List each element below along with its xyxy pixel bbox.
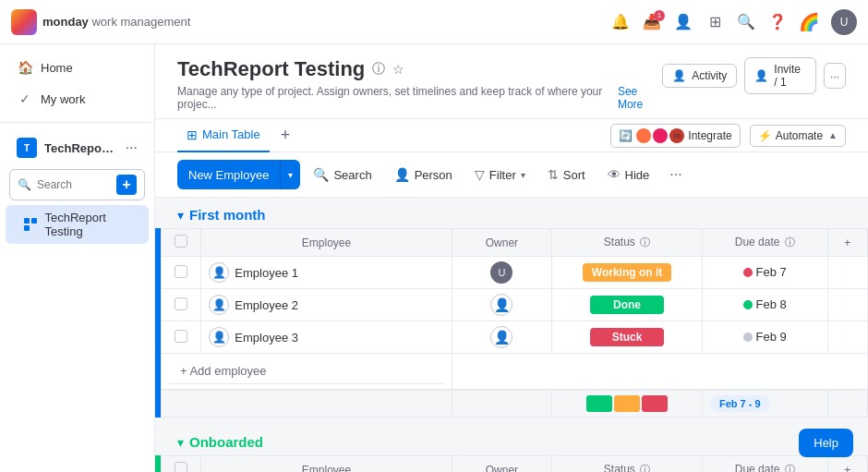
row2-status[interactable]: Done [552, 289, 703, 321]
row2-check[interactable] [161, 289, 200, 321]
page-header: TechReport Testing ⓘ ☆ Manage any type o… [155, 44, 868, 119]
integrate-button[interactable]: 🔄 m Integrate [610, 124, 740, 148]
row2-owner[interactable]: 👤 [452, 289, 552, 321]
row3-name: Employee 3 [235, 331, 298, 345]
row3-status[interactable]: Stuck [552, 321, 703, 354]
mywork-icon: ✓ [17, 91, 33, 107]
sidebar-search-input[interactable] [37, 178, 111, 191]
hide-button[interactable]: 👁 Hide [598, 160, 659, 189]
star-icon[interactable]: ☆ [392, 62, 404, 77]
brand-subtitle: work management [91, 15, 190, 29]
row3-checkbox[interactable] [175, 330, 187, 343]
group-chevron-icon[interactable]: ▾ [177, 208, 184, 223]
topbar: monday work management 🔔 📥 1 👤 ⊞ 🔍 ❓ 🌈 U [0, 0, 868, 44]
row3-status-badge[interactable]: Stuck [590, 328, 664, 346]
board-name: TechReport Testing [44, 211, 138, 238]
tab-main-table[interactable]: ⊞ Main Table [177, 119, 270, 152]
onboarded-header-checkbox[interactable] [175, 462, 187, 472]
workspace-avatar: T [17, 138, 37, 158]
summary-status [552, 390, 703, 418]
automate-icon: ⚡ [758, 129, 772, 142]
onboarded-col-employee: Employee [201, 456, 452, 473]
person-add-icon[interactable]: 👤 [674, 13, 693, 31]
row3-due-indicator: Feb 9 [743, 330, 787, 344]
help-icon[interactable]: ❓ [768, 13, 787, 31]
workspace-more-icon[interactable]: ··· [126, 139, 138, 156]
employee-col-label: Employee [302, 236, 351, 249]
workspace-name: TechReport Rec... [44, 141, 118, 155]
due-info-icon[interactable]: ⓘ [785, 236, 795, 248]
sidebar-item-home[interactable]: 🏠 Home [6, 53, 149, 82]
new-employee-main[interactable]: New Employee [177, 160, 281, 189]
sidebar-item-mywork[interactable]: ✓ My work [6, 84, 149, 114]
onboarded-col-due: Due date ⓘ [702, 456, 827, 473]
activity-button[interactable]: 👤 Activity [662, 64, 737, 88]
row1-owner[interactable]: U [452, 257, 552, 289]
new-employee-dropdown-arrow[interactable]: ▾ [281, 160, 300, 189]
sort-button[interactable]: ⇅ Sort [538, 160, 595, 189]
date-range-badge: Feb 7 - 9 [710, 395, 770, 412]
onboarded-col-add[interactable]: + [827, 456, 867, 473]
add-employee-button[interactable]: + Add employee [169, 358, 444, 384]
search-add-button[interactable]: + [116, 175, 137, 195]
search-button[interactable]: 🔍 Search [304, 160, 380, 189]
col-add-header[interactable]: + [827, 229, 867, 257]
automate-chevron-icon: ▲ [828, 130, 838, 140]
invite-button[interactable]: 👤 Invite / 1 [744, 57, 816, 94]
tab-add-button[interactable]: + [273, 119, 298, 152]
grid-icon[interactable]: ⊞ [705, 13, 724, 31]
topbar-title: monday work management [42, 15, 190, 29]
row1-check[interactable] [161, 257, 200, 289]
bell-icon[interactable]: 🔔 [611, 13, 630, 31]
row3-person-icon[interactable]: 👤 [490, 326, 512, 348]
new-employee-button[interactable]: New Employee ▾ [177, 160, 300, 189]
info-title-icon[interactable]: ⓘ [372, 61, 385, 78]
onboarded-header-row: Employee Owner Status ⓘ Due date ⓘ [161, 456, 867, 473]
row1-status-badge[interactable]: Working on it [583, 263, 671, 282]
row1-avatar[interactable]: U [490, 261, 512, 284]
row1-name: Employee 1 [235, 266, 298, 280]
search-icon[interactable]: 🔍 [737, 13, 755, 31]
tab-bar: ⊞ Main Table + 🔄 m Integrate ⚡ Automate … [155, 119, 868, 152]
toolbar-more-button[interactable]: ··· [662, 160, 689, 189]
filter-label: Filter [489, 168, 516, 182]
add-employee-cell[interactable]: + Add employee [161, 354, 452, 391]
home-icon: 🏠 [17, 59, 33, 76]
onboarded-due-info-icon[interactable]: ⓘ [785, 464, 795, 472]
row2-status-badge[interactable]: Done [590, 296, 664, 314]
sidebar-search[interactable]: 🔍 + [9, 169, 145, 200]
automate-button[interactable]: ⚡ Automate ▲ [750, 125, 846, 147]
svg-rect-1 [31, 218, 37, 224]
filter-button[interactable]: ▽ Filter ▾ [465, 160, 535, 189]
more-button[interactable]: ··· [824, 63, 846, 89]
help-button[interactable]: Help [799, 429, 853, 457]
row1-checkbox[interactable] [175, 265, 187, 278]
onboarded-status-info-icon[interactable]: ⓘ [640, 464, 650, 472]
workspace-header[interactable]: T TechReport Rec... ··· [6, 131, 149, 164]
inbox-icon[interactable]: 📥 1 [643, 13, 661, 31]
row3-check[interactable] [161, 321, 200, 354]
row3-add-person-icon[interactable]: 👤 [209, 327, 229, 347]
main-content: TechReport Testing ⓘ ☆ Manage any type o… [155, 44, 868, 472]
status-info-icon[interactable]: ⓘ [640, 236, 650, 248]
add-employee-row[interactable]: + Add employee [161, 354, 867, 391]
row1-add-person-icon[interactable]: 👤 [209, 262, 229, 283]
row2-add-person-icon[interactable]: 👤 [209, 295, 229, 315]
see-more-link[interactable]: See More [618, 85, 662, 111]
summary-working-block [614, 395, 640, 412]
group-onboarded-chevron-icon[interactable]: ▾ [177, 435, 184, 450]
sidebar: 🏠 Home ✓ My work T TechReport Rec... ···… [0, 44, 155, 472]
avatar[interactable]: U [831, 9, 857, 35]
table-header-row: Employee Owner Status ⓘ Due date ⓘ [161, 229, 867, 257]
filter-arrow-icon: ▾ [521, 170, 525, 180]
logo: monday work management [11, 9, 190, 35]
automate-label: Automate [776, 129, 823, 142]
row1-status[interactable]: Working on it [552, 257, 703, 289]
home-label: Home [41, 61, 73, 75]
header-checkbox[interactable] [175, 235, 187, 248]
person-button[interactable]: 👤 Person [385, 160, 462, 189]
row3-owner[interactable]: 👤 [452, 321, 552, 354]
row2-checkbox[interactable] [175, 297, 187, 310]
row2-person-icon[interactable]: 👤 [490, 294, 512, 316]
sidebar-item-board[interactable]: TechReport Testing [6, 205, 149, 244]
